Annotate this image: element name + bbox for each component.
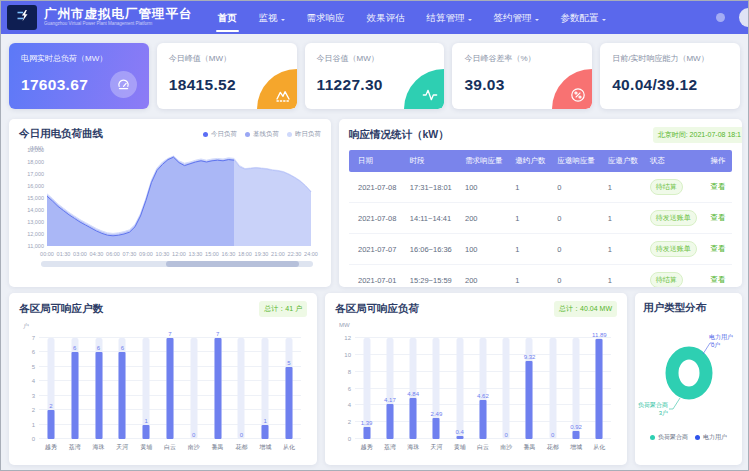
svg-text:14,000: 14,000 bbox=[27, 207, 44, 213]
x-category-label: 增城 bbox=[564, 443, 587, 452]
bar-fill bbox=[573, 431, 580, 439]
lightning-logo-icon bbox=[15, 8, 30, 27]
nav-item-2[interactable]: 需求响应 bbox=[296, 1, 356, 34]
bar-黄埔[interactable]: 1 bbox=[134, 338, 158, 439]
legend-item[interactable]: 基线负荷 bbox=[245, 130, 279, 139]
bar-fill bbox=[433, 418, 440, 439]
bar-从化[interactable]: 11.89 bbox=[588, 338, 611, 439]
donut-slice-aggregator[interactable] bbox=[672, 353, 706, 393]
peak-icon bbox=[257, 69, 297, 109]
y-tick-label: 0 bbox=[335, 436, 351, 442]
chart-datazoom-thumb[interactable] bbox=[166, 261, 299, 267]
bar-fill bbox=[363, 427, 370, 439]
load-curve-panel: 今日用电负荷曲线 今日负荷基线负荷昨日负荷 (MW)11,00012,00013… bbox=[9, 119, 331, 287]
nav-item-5[interactable]: 签约管理 bbox=[483, 1, 550, 34]
user-type-panel: 用户类型分布 电力用户 0户 负荷聚合商 3户 负荷聚合商电力用户 bbox=[635, 293, 742, 465]
pulse-icon bbox=[404, 69, 444, 109]
bar-花都[interactable]: 0 bbox=[230, 338, 254, 439]
column-header: 时段 bbox=[406, 150, 461, 172]
load-curve-legend: 今日负荷基线负荷昨日负荷 bbox=[203, 130, 321, 139]
table-row: 2021-07-08 17:31~18:01 100 1 0 1 待结算 查看 bbox=[349, 172, 732, 203]
bar-天河[interactable]: 2.49 bbox=[425, 338, 448, 439]
x-category-label: 白云 bbox=[158, 443, 182, 452]
district-users-title: 各区局可响应户数 bbox=[19, 302, 103, 316]
svg-text:09:00: 09:00 bbox=[139, 251, 153, 257]
svg-text:16,000: 16,000 bbox=[27, 183, 44, 189]
district-users-chart: 01234567 2 6 6 6 1 7 0 7 0 1 5 越秀荔湾海珠天河黄… bbox=[19, 332, 307, 452]
svg-text:13:30: 13:30 bbox=[189, 251, 203, 257]
cell-accepted-amount: 0 bbox=[553, 265, 603, 288]
cell-date: 2021-07-08 bbox=[349, 172, 406, 203]
chart-datazoom-track[interactable] bbox=[41, 261, 313, 267]
column-header: 应邀户数 bbox=[604, 150, 646, 172]
bar-从化[interactable]: 5 bbox=[277, 338, 301, 439]
nav-item-6[interactable]: 参数配置 bbox=[550, 1, 617, 34]
bar-value-label: 9.32 bbox=[524, 354, 536, 360]
legend-item[interactable]: 电力用户 bbox=[695, 433, 727, 442]
status-badge: 待结算 bbox=[650, 272, 683, 287]
bar-增城[interactable]: 1 bbox=[253, 338, 277, 439]
bar-value-label: 0 bbox=[192, 432, 195, 438]
view-link[interactable]: 查看 bbox=[711, 182, 726, 191]
bar-fill bbox=[596, 339, 603, 439]
legend-item[interactable]: 昨日负荷 bbox=[287, 130, 321, 139]
bar-天河[interactable]: 6 bbox=[110, 338, 134, 439]
x-category-label: 南沙 bbox=[495, 443, 518, 452]
view-link[interactable]: 查看 bbox=[711, 275, 726, 284]
chevron-down-icon bbox=[535, 19, 539, 23]
nav-item-3[interactable]: 效果评估 bbox=[356, 1, 416, 34]
column-header: 日期 bbox=[349, 150, 406, 172]
legend-label: 电力用户 bbox=[703, 433, 727, 442]
bar-荔湾[interactable]: 6 bbox=[63, 338, 87, 439]
bar-番禺[interactable]: 9.32 bbox=[518, 338, 541, 439]
bar-增城[interactable]: 0.92 bbox=[564, 338, 587, 439]
bar-越秀[interactable]: 2 bbox=[39, 338, 63, 439]
legend-item[interactable]: 今日负荷 bbox=[203, 130, 237, 139]
bar-越秀[interactable]: 1.39 bbox=[355, 338, 378, 439]
svg-text:01:30: 01:30 bbox=[57, 251, 71, 257]
svg-text:24:00: 24:00 bbox=[304, 251, 318, 257]
bar-白云[interactable]: 7 bbox=[158, 338, 182, 439]
bar-海珠[interactable]: 6 bbox=[87, 338, 111, 439]
avatar[interactable] bbox=[739, 8, 749, 27]
y-tick-label: 10 bbox=[335, 352, 351, 358]
bar-花都[interactable]: 0 bbox=[541, 338, 564, 439]
x-category-label: 越秀 bbox=[39, 443, 63, 452]
svg-text:13,000: 13,000 bbox=[27, 219, 44, 225]
nav-item-1[interactable]: 监视 bbox=[248, 1, 296, 34]
column-header: 操作 bbox=[707, 150, 733, 172]
status-badge: 待发送账单 bbox=[650, 241, 697, 257]
user-type-donut[interactable]: 电力用户 0户 负荷聚合商 3户 bbox=[643, 319, 734, 431]
svg-text:18:00: 18:00 bbox=[238, 251, 252, 257]
x-category-label: 海珠 bbox=[87, 443, 111, 452]
view-link[interactable]: 查看 bbox=[711, 244, 726, 253]
kpi-value: 40.04/39.12 bbox=[612, 76, 728, 94]
x-category-label: 海珠 bbox=[402, 443, 425, 452]
nav-item-4[interactable]: 结算管理 bbox=[416, 1, 483, 34]
cell-period: 14:11~14:41 bbox=[406, 203, 461, 234]
column-header: 状态 bbox=[646, 150, 707, 172]
bar-荔湾[interactable]: 4.17 bbox=[378, 338, 401, 439]
bar-南沙[interactable]: 0 bbox=[182, 338, 206, 439]
view-link[interactable]: 查看 bbox=[711, 213, 726, 222]
bar-fill bbox=[47, 410, 54, 439]
bar-南沙[interactable]: 0 bbox=[495, 338, 518, 439]
response-stats-title: 响应情况统计（kW） bbox=[349, 128, 449, 142]
bar-海珠[interactable]: 4.84 bbox=[402, 338, 425, 439]
bar-value-label: 1 bbox=[144, 418, 147, 424]
x-category-label: 南沙 bbox=[182, 443, 206, 452]
nav-item-0[interactable]: 首页 bbox=[207, 1, 248, 34]
bar-黄埔[interactable]: 0.4 bbox=[448, 338, 471, 439]
bar-value-label: 0.92 bbox=[570, 424, 582, 430]
legend-label: 基线负荷 bbox=[253, 130, 279, 139]
notification-icon[interactable] bbox=[716, 13, 725, 22]
bar-番禺[interactable]: 7 bbox=[206, 338, 230, 439]
cell-date: 2021-07-01 bbox=[349, 265, 406, 288]
svg-text:16:30: 16:30 bbox=[222, 251, 236, 257]
bar-白云[interactable]: 4.62 bbox=[471, 338, 494, 439]
legend-item[interactable]: 负荷聚合商 bbox=[650, 433, 688, 442]
beijing-time-badge: 北京时间: 2021-07-08 18:1 bbox=[653, 127, 742, 143]
y-tick-label: 1 bbox=[19, 422, 35, 428]
kpi-card-1: 今日峰值（MW） 18415.52 bbox=[157, 43, 297, 109]
legend-dot bbox=[695, 435, 700, 440]
